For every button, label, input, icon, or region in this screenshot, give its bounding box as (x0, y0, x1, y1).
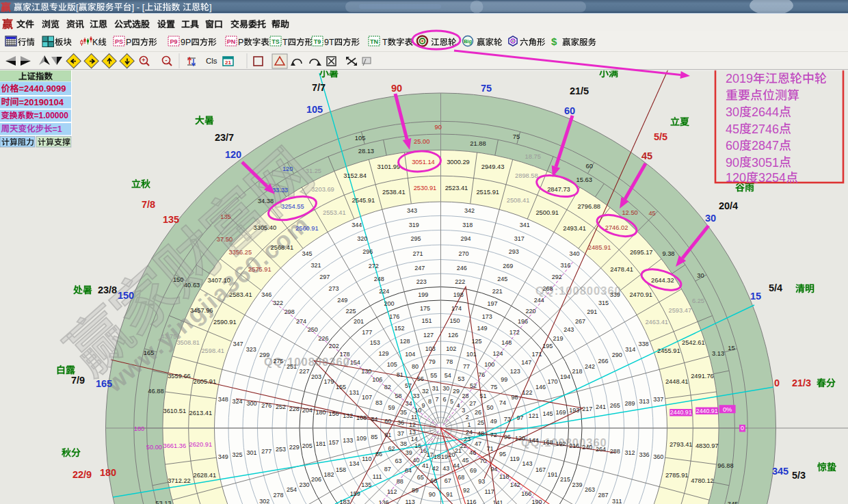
svg-text:42: 42 (432, 465, 439, 472)
svg-text:$: $ (551, 36, 557, 47)
svg-text:25: 25 (477, 419, 484, 426)
svg-text:134: 134 (349, 460, 359, 467)
svg-text:165: 165 (144, 349, 155, 356)
svg-text:23/7: 23/7 (215, 132, 234, 143)
svg-text:3203.69: 3203.69 (311, 186, 334, 193)
svg-text:3508.81: 3508.81 (176, 339, 200, 346)
svg-text:3101.99: 3101.99 (377, 163, 401, 170)
svg-text:2605.91: 2605.91 (193, 378, 216, 385)
svg-text:2500.91: 2500.91 (535, 209, 559, 216)
svg-text:45: 45 (726, 122, 739, 136)
svg-text:71: 71 (487, 445, 494, 452)
svg-text:24: 24 (466, 429, 473, 436)
svg-text:66: 66 (430, 477, 437, 484)
svg-text:2785.91: 2785.91 (665, 472, 689, 479)
svg-text:252: 252 (276, 403, 286, 410)
svg-text:7/7: 7/7 (312, 82, 326, 93)
svg-text:78: 78 (446, 358, 453, 365)
svg-text:181: 181 (315, 440, 326, 447)
svg-text:59: 59 (388, 404, 395, 411)
svg-text:28: 28 (462, 393, 468, 399)
svg-text:2560.91: 2560.91 (295, 225, 319, 232)
svg-text:290: 290 (612, 352, 622, 358)
svg-text:201: 201 (354, 318, 364, 325)
svg-text:180: 180 (315, 409, 326, 416)
svg-text:269: 269 (503, 263, 513, 269)
svg-text:343: 343 (407, 207, 417, 214)
svg-text:3712.22: 3712.22 (168, 477, 191, 484)
svg-text:2575.91: 2575.91 (248, 266, 271, 273)
svg-text:230: 230 (299, 481, 309, 488)
svg-text:11: 11 (411, 414, 417, 421)
svg-text:99: 99 (501, 376, 507, 383)
svg-text:244: 244 (534, 297, 544, 304)
svg-text:183: 183 (340, 499, 350, 504)
svg-text:301: 301 (246, 449, 256, 456)
svg-text:117: 117 (485, 488, 494, 495)
svg-text:224: 224 (379, 288, 389, 295)
svg-text:156: 156 (328, 410, 339, 417)
svg-text:0: 0 (741, 425, 744, 432)
svg-text:27: 27 (469, 400, 476, 407)
svg-text:241: 241 (596, 403, 606, 410)
svg-text:120: 120 (515, 435, 525, 442)
svg-text:271: 271 (412, 250, 423, 257)
svg-text:311: 311 (612, 498, 622, 504)
svg-text:153: 153 (370, 339, 380, 346)
svg-text:2598.41: 2598.41 (201, 347, 224, 354)
svg-text:349: 349 (218, 453, 228, 460)
svg-text:74: 74 (499, 399, 506, 406)
svg-text:159: 159 (350, 490, 360, 497)
svg-text:277: 277 (261, 448, 271, 455)
svg-text:202: 202 (329, 343, 339, 349)
svg-text:+: + (142, 57, 145, 64)
svg-text:107: 107 (362, 394, 372, 401)
svg-text:229: 229 (289, 444, 300, 451)
svg-text:16: 16 (420, 447, 427, 454)
svg-text:58: 58 (395, 393, 402, 399)
svg-text:57: 57 (405, 382, 412, 389)
svg-text:90: 90 (726, 156, 739, 170)
svg-text:227: 227 (299, 368, 309, 375)
svg-text:63: 63 (395, 457, 402, 464)
svg-text:125: 125 (471, 338, 481, 345)
svg-text:25.00: 25.00 (414, 138, 429, 145)
svg-text:223: 223 (416, 278, 427, 285)
svg-text:85: 85 (371, 434, 377, 440)
svg-text:292: 292 (552, 274, 562, 280)
svg-text:30: 30 (442, 385, 449, 392)
svg-text:PS: PS (115, 38, 123, 45)
svg-text:2590.91: 2590.91 (213, 319, 237, 326)
svg-text:203: 203 (311, 373, 321, 380)
svg-text:105: 105 (387, 361, 397, 368)
svg-text:22: 22 (460, 442, 467, 449)
svg-text:348: 348 (218, 396, 228, 403)
svg-text:91: 91 (446, 491, 453, 498)
svg-text:150: 150 (118, 290, 134, 301)
svg-text:278: 278 (274, 492, 284, 499)
svg-text:7/8: 7/8 (142, 199, 155, 210)
svg-text:158: 158 (336, 466, 346, 473)
svg-text:204: 204 (302, 407, 313, 414)
svg-text:193: 193 (569, 407, 579, 414)
svg-text:135: 135 (220, 213, 231, 220)
svg-text:30: 30 (697, 272, 704, 279)
svg-text:75: 75 (513, 133, 520, 140)
svg-text:21: 21 (225, 59, 231, 66)
svg-text:199: 199 (418, 291, 428, 298)
svg-text:296: 296 (362, 248, 373, 255)
svg-text:106: 106 (372, 376, 382, 383)
svg-text:TN: TN (370, 38, 378, 45)
svg-text:96: 96 (504, 434, 511, 440)
svg-text:118: 118 (499, 473, 509, 480)
svg-text:5/5: 5/5 (654, 131, 667, 142)
svg-text:29: 29 (453, 388, 460, 395)
svg-text:3407.10: 3407.10 (207, 277, 230, 284)
svg-text:142: 142 (510, 481, 520, 488)
svg-text:168: 168 (543, 439, 553, 446)
svg-text:53: 53 (458, 375, 464, 382)
svg-text:P: P (238, 38, 243, 47)
svg-text:144: 144 (529, 437, 539, 444)
svg-text:7/9: 7/9 (71, 375, 85, 386)
svg-text:177: 177 (362, 329, 372, 336)
